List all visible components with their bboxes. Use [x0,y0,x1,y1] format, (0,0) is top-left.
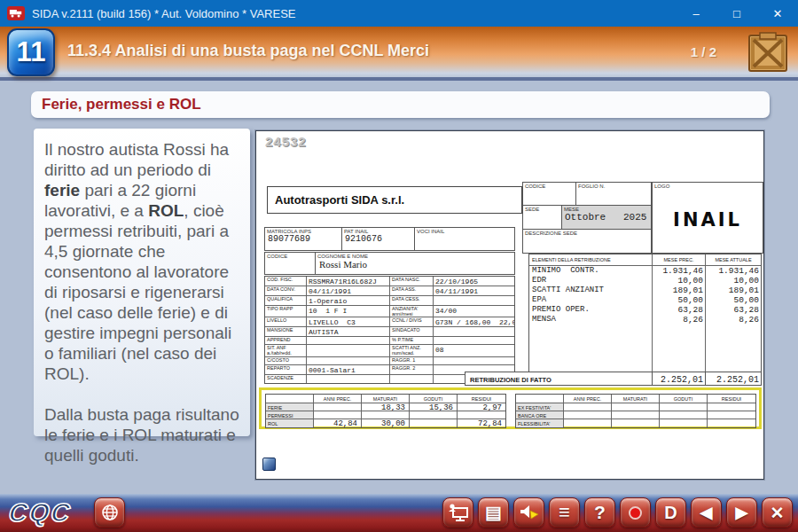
logo-label: LOGO [653,183,763,189]
leave-row: FLESSIBILITA' [516,419,755,427]
detail-label: DATA ASS. [390,286,434,296]
toolbar-buttons: ▤ ≡ ? D ◀ ▶ ✕ [442,497,793,528]
detail-value: 34/00 [434,306,514,317]
salary-prev-value: 63,28 [653,305,706,315]
d-button[interactable]: D [655,497,686,528]
detail-label: SCADENZE [265,375,307,383]
leave-row-label: ROL [266,419,314,427]
salary-row: EPA 50,00 50,00 [529,295,761,305]
leave-col-maturati: MATURATI [362,395,410,403]
leave-corner-cell [266,395,314,403]
lesson-title: 11.3.4 Analisi di una busta paga nel CCN… [67,42,429,60]
payslip-doc-number: 24532 [265,134,307,149]
list-button[interactable]: ≡ [549,497,580,528]
minimize-button[interactable]: – [676,0,716,27]
detail-label: DATA CONV. [265,286,307,296]
detail-value [434,327,514,337]
salary-row: EDR 10,00 10,00 [529,276,761,286]
leave-col-maturati: MATURATI [612,395,660,403]
crate-icon [748,32,787,76]
salary-item-name: MINIMO CONTR. [529,266,653,276]
payslip-sede-cell: SEDE [522,205,562,230]
detail-value: 0001-Salari [307,365,390,375]
payslip-detail-row: LIVELLO LIVELLO C3 CCNL / DIVIS G73N / 1… [265,317,514,327]
detail-value: AUTISTA [307,327,390,337]
cqc-logo: CQC [7,498,73,528]
globe-button[interactable] [94,497,125,528]
detail-value: G73N / 168,00 22,00 [434,317,514,327]
lesson-paragraph-1: Il nostro autista Rossi ha diritto ad un… [44,139,241,384]
leave-row-label: FERIE [266,403,314,411]
leave-table-left: ANNI PREC. MATURATI GODUTI RESIDUI FERIE… [265,394,506,428]
payslip-detail-row: MANSIONE AUTISTA SINDACATO [265,327,514,337]
leave-row-label: PERMESSI [266,411,314,419]
help-button[interactable]: ? [584,497,615,528]
salary-prev-value: 10,00 [653,276,706,286]
leave-anni-prec-value [564,419,612,427]
lesson-text-panel: Il nostro autista Rossi ha diritto ad un… [34,129,250,436]
leave-col-anni-prec: ANNI PREC. [564,395,612,403]
screen-share-button[interactable] [442,497,473,528]
leave-col-residui: RESIDUI [458,395,505,403]
detail-label: ANZIANITA' anni/mesi [390,306,434,317]
leave-right-rows: EX FESTIVITA' BANCA ORE [516,403,755,427]
payslip-detail-row: TIPO RAPP 10 1 F I ANZIANITA' anni/mesi … [265,306,514,317]
leave-goduti-value: 15,36 [410,403,458,411]
leave-header-row: ANNI PREC. MATURATI GODUTI RESIDUI [266,395,505,403]
matricola-label: MATRICOLA INPS [265,228,341,234]
leave-residui-value: 72,84 [458,419,505,427]
leave-row-label: BANCA ORE [516,411,564,419]
stamp-icon [262,458,276,471]
pat-inail-cell: PAT INAIL 9210676 [341,227,415,251]
detail-label: SIT. ANF a./tab/redd. [265,345,307,356]
detail-value [307,337,390,345]
leave-maturati-value [362,411,410,419]
payslip-detail-row: APPREND % P.TIME [265,337,514,345]
screen-share-icon [448,503,469,522]
leave-anni-prec-value [564,403,612,411]
close-window-button[interactable]: ✕ [757,0,798,27]
salary-curr-value: 8,26 [706,315,761,325]
leave-row: EX FESTIVITA' [516,403,755,411]
next-button[interactable]: ▶ [726,497,757,528]
payslip-detail-row: COD. FISC. RSSMRA71R16L682J DATA NASC. 2… [265,277,514,286]
leave-row: ROL 42,84 30,00 72,84 [266,419,505,427]
leave-left-rows: FERIE 18,33 15,36 2,97 PERMESSI [266,403,505,427]
leave-maturati-value [612,419,660,427]
salary-prev-value: 189,01 [653,286,706,295]
detail-label: % P.TIME [390,337,434,345]
d-icon: D [664,503,677,523]
previous-icon: ◀ [700,503,713,522]
detail-label: RAGGR. 1 [390,357,434,365]
truck-app-icon [7,6,25,20]
maximize-button[interactable]: □ [716,0,757,27]
leave-residui-value [458,411,505,419]
payslip-details-table: COD. FISC. RSSMRA71R16L682J DATA NASC. 2… [264,276,515,384]
leave-goduti-value [410,411,458,419]
previous-button[interactable]: ◀ [691,497,722,528]
window-title: SIDA v.2111 (build 156) * Aut. Voldomino… [32,7,676,20]
document-button[interactable]: ▤ [478,497,509,528]
retribuzione-di-fatto-label: RETRIBUZIONE DI FATTO [465,372,653,386]
detail-value [434,337,514,345]
detail-label: DATA CESS. [390,296,434,306]
leave-col-goduti: GODUTI [410,395,458,403]
salary-prev-value: 50,00 [653,295,706,305]
lesson-header: 11 11.3.4 Analisi di una busta paga nel … [0,27,798,81]
leave-corner-cell [516,395,564,403]
detail-label: MANSIONE [265,327,307,337]
salary-row: PREMIO OPER. 63,28 63,28 [529,305,761,315]
matricola-value: 89077689 [265,234,341,244]
payslip-detail-row: DATA CONV. 04/11/1991 DATA ASS. 04/11/19… [265,286,514,296]
retribuzione-prev-value: 2.252,01 [652,372,706,386]
detail-label: LIVELLO [265,317,307,327]
payslip-document: 24532 Autotrasporti SIDA s.r.l. CODICE F… [255,130,764,480]
leave-residui-value: 2,97 [458,403,505,411]
salary-elements-table: ELEMENTI DELLA RETRIBUZIONE MESE PREC. M… [528,254,762,373]
record-button[interactable] [620,497,651,528]
detail-label: SINDACATO [390,327,434,337]
audio-button[interactable] [513,497,544,528]
pat-inail-value: 9210676 [342,234,414,244]
exit-button[interactable]: ✕ [762,497,793,528]
salary-prev-value: 1.931,46 [653,266,706,276]
